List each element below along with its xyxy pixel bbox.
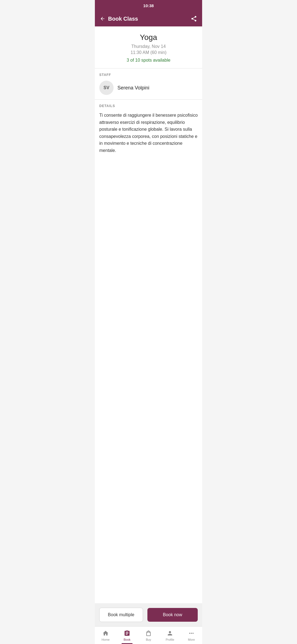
nav-more-label: More [188, 638, 195, 641]
nav-buy-label: Buy [146, 638, 151, 641]
status-bar: 10:38 [95, 0, 202, 11]
book-now-button[interactable]: Book now [147, 608, 198, 622]
class-date: Thursday, Nov 14 [99, 44, 198, 49]
nav-item-more[interactable]: More [181, 627, 202, 644]
staff-section: STAFF SV Serena Volpini [95, 69, 202, 100]
home-icon [102, 630, 109, 637]
toolbar-title: Book Class [108, 16, 138, 22]
buy-icon [145, 630, 152, 637]
nav-home-label: Home [101, 638, 109, 641]
nav-item-book[interactable]: Book [116, 627, 138, 644]
nav-profile-label: Profile [166, 638, 174, 641]
book-icon [123, 630, 131, 637]
spots-available: 3 of 10 spots available [99, 58, 198, 63]
details-section-label: DETAILS [99, 104, 198, 108]
nav-item-profile[interactable]: Profile [159, 627, 181, 644]
class-name: Yoga [99, 33, 198, 42]
main-content: Yoga Thursday, Nov 14 11:30 AM (60 min) … [95, 26, 202, 644]
nav-item-buy[interactable]: Buy [138, 627, 159, 644]
status-time: 10:38 [143, 3, 154, 8]
nav-book-label: Book [123, 638, 130, 641]
book-multiple-button[interactable]: Book multiple [99, 608, 143, 622]
staff-item: SV Serena Volpini [99, 81, 198, 95]
staff-name: Serena Volpini [117, 85, 149, 91]
share-icon[interactable] [190, 15, 198, 23]
action-area: Book multiple Book now [95, 603, 202, 626]
profile-icon [166, 630, 174, 637]
details-section: DETAILS Ti consente di raggiungere il be… [95, 100, 202, 159]
staff-avatar: SV [99, 81, 114, 95]
nav-item-home[interactable]: Home [95, 627, 116, 644]
more-icon [188, 630, 195, 637]
details-text: Ti consente di raggiungere il benessere … [99, 112, 198, 154]
back-button[interactable]: Book Class [99, 15, 138, 22]
toolbar: Book Class [95, 11, 202, 26]
staff-section-label: STAFF [99, 73, 198, 77]
class-time: 11:30 AM (60 min) [99, 50, 198, 55]
bottom-nav: Home Book Buy Profile [95, 626, 202, 644]
back-icon [99, 15, 106, 22]
class-info-section: Yoga Thursday, Nov 14 11:30 AM (60 min) … [95, 26, 202, 69]
